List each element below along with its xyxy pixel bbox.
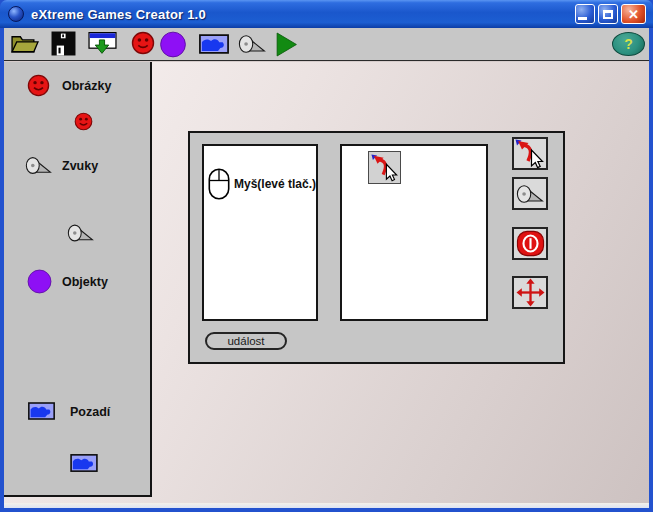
purple-circle-icon <box>159 31 187 58</box>
app-icon <box>8 6 24 22</box>
horn-icon <box>516 184 544 204</box>
floppy-disk-icon <box>51 31 76 56</box>
smiley-icon <box>74 112 93 131</box>
background-image-icon <box>28 402 55 420</box>
background-tool-button[interactable] <box>199 34 229 58</box>
window-body: ? Obrázky <box>0 28 653 512</box>
sidebar-item-sounds[interactable]: Zvuky <box>62 159 98 173</box>
sidebar-sounds-icon-button[interactable] <box>25 156 52 179</box>
content-area: Obrázky Zvuky <box>4 62 649 503</box>
action-item-cursor[interactable] <box>368 151 401 184</box>
help-button[interactable]: ? <box>612 32 645 56</box>
sidebar-background-entry[interactable] <box>70 454 98 476</box>
move-action-button[interactable] <box>512 276 548 309</box>
save-button[interactable] <box>51 31 76 60</box>
sidebar-image-entry[interactable] <box>74 112 93 135</box>
maximize-icon <box>603 10 613 19</box>
object-tool-button[interactable] <box>159 31 187 62</box>
app-window: eXtreme Games Creator 1.0 ✕ <box>0 0 653 512</box>
event-item-mouse[interactable] <box>208 168 230 204</box>
sidebar-item-backgrounds[interactable]: Pozadí <box>70 405 110 419</box>
horn-icon <box>25 156 52 175</box>
move-arrows-icon <box>516 278 545 307</box>
open-button[interactable] <box>10 31 39 60</box>
sidebar-sound-entry[interactable] <box>67 223 94 247</box>
background-image-icon <box>70 454 98 472</box>
event-item-label: Myš(levé tlač.) <box>234 177 316 191</box>
image-tool-button[interactable] <box>131 31 155 59</box>
sidebar: Obrázky Zvuky <box>4 62 152 497</box>
horn-icon <box>67 223 94 243</box>
sound-tool-button[interactable] <box>238 34 266 58</box>
sidebar-objects-icon-button[interactable] <box>27 269 52 298</box>
event-button-label: událost <box>227 335 264 347</box>
add-sound-action-button[interactable] <box>512 177 548 210</box>
maximize-button[interactable] <box>598 4 618 24</box>
window-bottom-edge <box>4 503 649 508</box>
actions-listbox[interactable] <box>340 144 488 321</box>
cursor-action-icon <box>371 154 399 182</box>
event-editor-panel: Myš(levé tlač.) <box>188 131 565 364</box>
event-button[interactable]: událost <box>205 332 287 350</box>
sidebar-item-images[interactable]: Obrázky <box>62 79 111 93</box>
window-title: eXtreme Games Creator 1.0 <box>31 7 206 22</box>
run-button[interactable] <box>275 32 298 61</box>
toolbar: ? <box>4 28 649 61</box>
close-button[interactable]: ✕ <box>621 4 646 24</box>
background-image-icon <box>199 34 229 54</box>
window-controls: ✕ <box>575 4 646 24</box>
stop-action-button[interactable] <box>512 227 548 260</box>
mouse-icon <box>208 168 230 200</box>
events-listbox[interactable]: Myš(levé tlač.) <box>202 144 318 321</box>
cursor-action-icon <box>515 139 545 169</box>
import-window-button[interactable] <box>88 31 117 59</box>
window-download-icon <box>88 31 117 55</box>
minimize-button[interactable] <box>575 4 595 24</box>
titlebar[interactable]: eXtreme Games Creator 1.0 ✕ <box>0 0 653 28</box>
smiley-icon <box>131 31 155 55</box>
add-cursor-action-button[interactable] <box>512 137 548 170</box>
purple-circle-icon <box>27 269 52 294</box>
horn-icon <box>238 34 266 54</box>
play-icon <box>275 32 298 57</box>
sidebar-item-objects[interactable]: Objekty <box>62 275 108 289</box>
minimize-icon <box>578 17 587 20</box>
sidebar-images-icon-button[interactable] <box>27 74 50 101</box>
sidebar-backgrounds-icon-button[interactable] <box>28 402 55 424</box>
close-icon: ✕ <box>628 8 639 21</box>
folder-open-icon <box>10 31 39 56</box>
question-mark-icon: ? <box>624 36 633 52</box>
power-stop-icon <box>516 230 545 257</box>
smiley-icon <box>27 74 50 97</box>
